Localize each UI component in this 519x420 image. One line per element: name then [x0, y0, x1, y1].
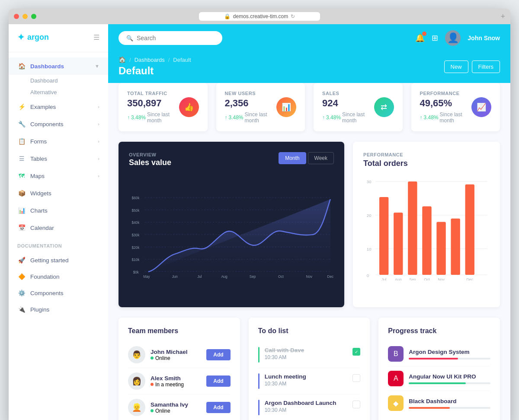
refresh-icon[interactable]: ↻	[291, 13, 295, 19]
svg-text:$10k: $10k	[132, 258, 140, 262]
getting-started-label: Getting started	[30, 257, 69, 264]
todo-check-0[interactable]: ✓	[352, 348, 360, 356]
week-toggle-btn[interactable]: Week	[308, 152, 334, 164]
mac-close-btn[interactable]	[14, 14, 19, 19]
sidebar-item-alternative[interactable]: Alternative	[30, 86, 108, 98]
orders-card: PERFORMANCE Total orders 30 20 10 0	[353, 142, 500, 307]
page-title-text: Default	[119, 65, 191, 77]
bar-jul	[379, 197, 388, 275]
sidebar-item-calendar[interactable]: 📅 Calendar	[9, 219, 108, 236]
charts-row: OVERVIEW Sales value Month Week	[119, 142, 500, 307]
sidebar-item-getting-started[interactable]: 🚀 Getting started	[9, 252, 108, 268]
progress-bar-fill-2	[409, 407, 449, 409]
svg-text:$60k: $60k	[132, 196, 140, 200]
todo-time-0: 10:30 AM	[265, 354, 348, 360]
stat-sales-label: SALES	[322, 91, 374, 96]
member-info-2: Samantha Ivy Online	[151, 401, 201, 414]
stat-card-performance: PERFORMANCE 49,65% ↑3.48% Since last mon…	[411, 83, 500, 131]
sidebar-item-dashboard[interactable]: Dashboard	[30, 75, 108, 86]
orders-title: Total orders	[363, 159, 490, 168]
progress-info-1: Angular Now UI Kit PRO	[409, 373, 490, 384]
todo-time-2: 10:30 AM	[265, 407, 348, 413]
sidebar-item-dashboards[interactable]: 🏠 Dashboards ▼	[9, 57, 108, 75]
sidebar-item-doc-components[interactable]: ⚙️ Components	[9, 285, 108, 301]
user-name: John Snow	[468, 35, 500, 41]
svg-text:$30k: $30k	[132, 233, 140, 237]
stat-traffic-value: 350,897	[127, 98, 179, 109]
sidebar-item-charts[interactable]: 📊 Charts	[9, 202, 108, 219]
stat-traffic-icon: 👍	[179, 97, 199, 117]
status-dot-1	[151, 383, 154, 386]
svg-text:Sep: Sep	[250, 275, 256, 279]
examples-arrow: ›	[98, 104, 99, 109]
todo-check-1[interactable]	[352, 374, 360, 382]
sidebar-examples-label: Examples	[30, 104, 56, 110]
add-member-btn-1[interactable]: Add	[206, 375, 230, 387]
add-member-btn-0[interactable]: Add	[206, 349, 230, 360]
search-box[interactable]: 🔍	[119, 31, 222, 45]
stat-perf-label: PERFORMANCE	[420, 91, 472, 96]
sidebar-item-plugins[interactable]: 🔌 Plugins	[9, 301, 108, 318]
sidebar: ✦ argon ☰ 🏠 Dashboards ▼ Dashboard	[9, 24, 108, 420]
screen-btn[interactable]: ⊞	[432, 33, 438, 43]
sidebar-item-maps[interactable]: 🗺 Maps ›	[9, 167, 108, 185]
sidebar-divider-top	[9, 52, 108, 52]
todo-check-2[interactable]	[352, 401, 360, 408]
breadcrumb-dashboards[interactable]: Dashboards	[135, 57, 165, 63]
hamburger-btn[interactable]: ☰	[93, 33, 99, 41]
mac-minimize-btn[interactable]	[22, 14, 28, 19]
todo-content-0: Call with Dave 10:30 AM	[265, 347, 348, 360]
mac-maximize-btn[interactable]	[31, 14, 36, 19]
progress-bar-fill-1	[409, 382, 466, 384]
bar-nov	[436, 222, 445, 275]
todo-card-title: To do list	[258, 327, 361, 335]
sidebar-forms-label: Forms	[30, 138, 47, 145]
filters-button[interactable]: Filters	[472, 60, 500, 73]
member-status-1: In a meeting	[151, 382, 201, 388]
new-tab-btn[interactable]: +	[500, 12, 505, 21]
search-icon: 🔍	[126, 35, 133, 41]
home-icon: 🏠	[119, 56, 126, 63]
sales-chart-card: OVERVIEW Sales value Month Week	[119, 142, 344, 307]
team-member-2: 👱 Samantha Ivy Online Add	[128, 395, 231, 420]
progress-logo-1: A	[388, 371, 404, 386]
svg-text:Aug: Aug	[395, 277, 402, 280]
dashboard-sub-label: Dashboard	[30, 77, 58, 84]
member-name-1: Alex Smith	[151, 375, 201, 382]
header-buttons: New Filters	[444, 60, 500, 73]
stat-sales-icon: ⇄	[374, 97, 394, 117]
month-toggle-btn[interactable]: Month	[279, 152, 306, 164]
sidebar-item-examples[interactable]: ⚡ Examples ›	[9, 98, 108, 115]
stat-traffic-change: ↑3.48% Since last month	[127, 111, 179, 124]
mac-titlebar: 🔒 demos.creative-tim.com ↻ +	[9, 9, 510, 24]
svg-text:20: 20	[367, 213, 372, 218]
member-status-2: Online	[151, 408, 201, 414]
progress-bar-bg-1	[409, 382, 490, 384]
progress-name-2: Black Dashboard	[409, 398, 490, 404]
svg-text:Jun: Jun	[172, 275, 178, 279]
lock-icon: 🔒	[224, 13, 231, 19]
sidebar-widgets-label: Widgets	[30, 190, 51, 197]
bottom-row: Team members 👨 John Michael Online Add	[119, 318, 500, 420]
member-avatar-0: 👨	[128, 346, 145, 363]
search-input[interactable]	[137, 35, 197, 41]
member-info-1: Alex Smith In a meeting	[151, 375, 201, 388]
sidebar-item-tables[interactable]: ☰ Tables ›	[9, 150, 108, 167]
progress-bar-bg-2	[409, 407, 490, 409]
notification-btn[interactable]: 🔔	[415, 33, 425, 43]
svg-text:Jul: Jul	[381, 277, 386, 280]
sidebar-calendar-label: Calendar	[30, 225, 54, 231]
foundation-icon: 🔶	[17, 272, 26, 281]
sidebar-item-foundation[interactable]: 🔶 Foundation	[9, 268, 108, 285]
sidebar-item-components[interactable]: 🔧 Components ›	[9, 115, 108, 133]
todo-item-1: Lunch meeting 10:30 AM	[258, 368, 361, 395]
svg-text:$20k: $20k	[132, 246, 140, 250]
doc-components-label: Components	[30, 290, 64, 296]
add-member-btn-2[interactable]: Add	[206, 402, 230, 413]
svg-text:$0k: $0k	[133, 270, 139, 274]
sidebar-item-widgets[interactable]: 📦 Widgets	[9, 185, 108, 202]
todo-item-2: Argon Dashboard Launch 10:30 AM	[258, 395, 361, 420]
new-button[interactable]: New	[444, 60, 468, 73]
sidebar-dashboards-label: Dashboards	[30, 63, 64, 70]
sidebar-item-forms[interactable]: 📋 Forms ›	[9, 133, 108, 150]
